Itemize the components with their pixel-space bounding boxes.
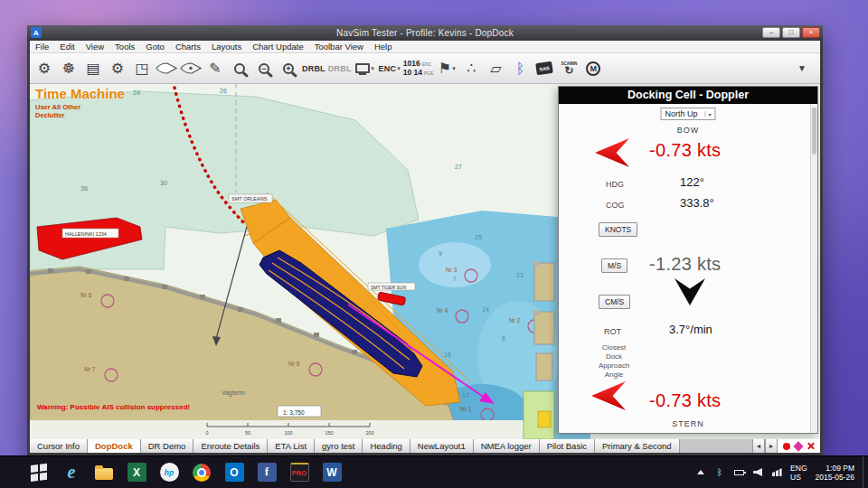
chrome-icon[interactable] (190, 461, 213, 484)
enc-button[interactable]: ENC▾ (379, 56, 401, 80)
settings-icon[interactable]: ⚙ (33, 56, 55, 80)
zoom-window-icon[interactable] (229, 56, 250, 80)
rot-value: 3.7°/min (669, 323, 712, 336)
eraser-icon[interactable]: ▱ (485, 56, 506, 80)
sas-label: SAS (535, 61, 553, 75)
chart-number-display[interactable]: 1016ENC 10 14PCE (403, 56, 434, 80)
ship-outline (156, 62, 177, 74)
tab-gyro-test[interactable]: gyro test (315, 439, 363, 453)
minimize-button[interactable]: – (762, 27, 780, 38)
panel-scrollbar[interactable] (810, 104, 817, 433)
titlebar[interactable]: A NavSim Tester - Profile: Kevins - DopD… (27, 25, 823, 41)
facebook-icon[interactable]: f (255, 461, 278, 484)
clock-date: 2015-05-26 (816, 473, 854, 482)
menu-toolbar-view[interactable]: Toolbar View (309, 42, 369, 52)
tab-heading[interactable]: Heading (363, 439, 410, 453)
tab-newlayout1[interactable]: NewLayout1 (410, 439, 474, 453)
menu-help[interactable]: Help (369, 42, 398, 52)
gear-icon[interactable]: ⚙ (107, 56, 128, 80)
m-badge[interactable]: M (582, 56, 604, 80)
hp-icon[interactable]: hp (157, 461, 181, 484)
svg-text:14: 14 (482, 306, 489, 313)
tab-dopdock[interactable]: DopDock (88, 439, 141, 453)
orientation-select[interactable]: North Up ▾ (660, 108, 715, 120)
docking-panel: Docking Cell - Doppler North Up ▾ BOW -0… (558, 86, 818, 434)
maximize-button[interactable]: □ (782, 27, 800, 38)
menu-layouts[interactable]: Layouts (206, 42, 247, 52)
scamin-icon[interactable]: SCAMIN↻ (558, 56, 580, 80)
bluetooth-tray-icon[interactable]: ᛒ (714, 467, 725, 477)
outlook-icon[interactable]: O (222, 461, 246, 484)
outlook-glyph: O (225, 463, 244, 482)
clock[interactable]: 1:09 PM 2015-05-26 (816, 464, 854, 482)
ms-unit-button[interactable]: M/S (601, 258, 627, 273)
brush-icon[interactable]: ✎ (204, 56, 226, 80)
plus-glyph: + (286, 64, 290, 73)
closest-line: Angle (582, 371, 646, 380)
scrollbar-thumb[interactable] (812, 108, 816, 155)
ais-ship-icon[interactable] (180, 56, 202, 80)
battery-icon[interactable] (733, 470, 744, 475)
network-icon[interactable] (771, 468, 782, 476)
tab-enroute-details[interactable]: Enroute Details (193, 439, 268, 453)
tab-scroll-left[interactable]: ◂ (752, 439, 765, 453)
menu-view[interactable]: View (80, 42, 109, 52)
menu-charts[interactable]: Charts (170, 42, 206, 52)
pro-app-icon[interactable]: PRO (288, 461, 311, 484)
display-config-icon[interactable]: ▾ (354, 56, 376, 80)
tab-nmea-logger[interactable]: NMEA logger (474, 439, 540, 453)
record-dot-icon[interactable] (783, 443, 790, 450)
svg-text:30: 30 (160, 180, 167, 186)
tab-scroll-right[interactable]: ▸ (765, 439, 778, 453)
menu-tools[interactable]: Tools (109, 42, 140, 52)
tab-dr-demo[interactable]: DR Demo (141, 439, 194, 453)
menu-chart-update[interactable]: Chart Update (247, 42, 309, 52)
pce-chart-number-label: PCE (424, 70, 433, 78)
excel-icon[interactable]: X (125, 461, 148, 484)
drbl-disabled-button[interactable]: DRBL (328, 56, 352, 80)
alert-cross-icon[interactable] (807, 442, 815, 450)
drbl-label: DRBL (302, 64, 326, 73)
drbl-button[interactable]: DRBL (302, 56, 326, 80)
menu-file[interactable]: File (30, 42, 54, 52)
tab-primary-secondary[interactable]: Primary & Second (595, 439, 680, 453)
sas-badge[interactable]: SAS (533, 56, 555, 80)
chart-area[interactable]: HALLENINKI 1234 SMT ORLEANS SMT TIGER SU… (30, 84, 820, 439)
close-button[interactable]: × (802, 27, 820, 38)
chart-panels-icon[interactable]: ▤ (82, 56, 104, 80)
zoom-out-icon[interactable]: − (253, 56, 275, 80)
language-indicator[interactable]: ENG US (790, 464, 807, 482)
route-flag-icon[interactable]: ⚑▾ (436, 56, 458, 80)
declutter-label-2: Declutter (35, 111, 65, 119)
tab-cursor-info[interactable]: Cursor Info (30, 439, 88, 453)
svg-text:25: 25 (475, 234, 482, 240)
longitudinal-arrow-icon (675, 278, 705, 305)
bluetooth-icon[interactable]: ᛒ (509, 56, 531, 80)
waypoint-diamond-icon[interactable] (793, 441, 803, 451)
own-ship-icon[interactable] (156, 56, 177, 80)
bow-drift-arrow-icon (595, 138, 629, 167)
hp-glyph: hp (160, 463, 179, 482)
toolbar-overflow-icon[interactable]: ▼ (791, 56, 813, 80)
volume-icon[interactable] (752, 468, 763, 476)
chevron-up-icon[interactable] (695, 470, 706, 474)
docking-panel-title[interactable]: Docking Cell - Doppler (559, 87, 817, 104)
clock-time: 1:09 PM (816, 464, 854, 473)
internet-explorer-icon[interactable]: e (60, 461, 83, 484)
network-nodes-icon[interactable]: ∴ (460, 56, 482, 80)
refresh-arrows-icon: ↻ (564, 66, 573, 76)
tab-pilot-basic[interactable]: Pilot Basic (540, 439, 595, 453)
helm-wheel-icon[interactable]: ☸ (58, 56, 80, 80)
cms-unit-button[interactable]: CM/S (599, 295, 630, 309)
desktop: A NavSim Tester - Profile: Kevins - DopD… (0, 0, 868, 488)
file-explorer-icon[interactable] (92, 461, 116, 484)
menu-goto[interactable]: Goto (140, 42, 170, 52)
zoom-in-icon[interactable]: + (278, 56, 299, 80)
start-button[interactable] (27, 461, 51, 484)
tab-eta-list[interactable]: ETA List (268, 439, 315, 453)
word-icon[interactable]: W (320, 461, 344, 484)
menu-edit[interactable]: Edit (54, 42, 80, 52)
show-desktop-button[interactable] (863, 456, 868, 488)
knots-unit-button[interactable]: KNOTS (599, 222, 637, 237)
full-frame-icon[interactable]: ◳ (131, 56, 153, 80)
